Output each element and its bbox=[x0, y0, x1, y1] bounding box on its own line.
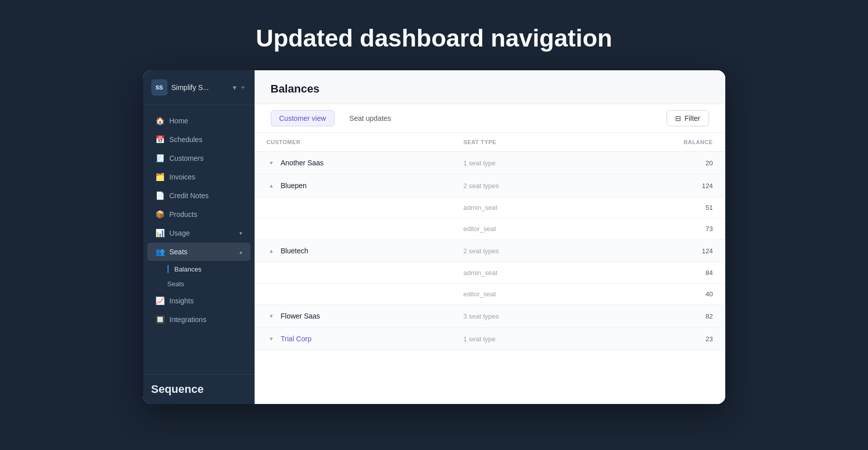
customer-name: Bluetech bbox=[281, 247, 308, 255]
table-header-row: CUSTOMER SEAT TYPE BALANCE bbox=[255, 133, 725, 152]
sidebar-sub-item-label: Balances bbox=[175, 265, 201, 273]
chevron-up-icon: ▴ bbox=[239, 249, 242, 255]
sidebar-item-label: Credit Notes bbox=[170, 192, 209, 200]
balances-table-container: CUSTOMER SEAT TYPE BALANCE ▾ Another Saa… bbox=[255, 133, 725, 404]
sidebar-sub-item-seats[interactable]: Seats bbox=[161, 277, 251, 291]
table-row: ▴ Bluetech 2 seat types 124 bbox=[255, 240, 725, 262]
content-toolbar: Customer view Seat updates ⊟ Filter bbox=[255, 104, 725, 133]
chevron-down-icon[interactable]: ▾ bbox=[267, 158, 276, 167]
table-row: ▾ Another Saas 1 seat type 20 bbox=[255, 152, 725, 174]
content-header: Balances bbox=[255, 70, 725, 104]
sidebar-item-usage[interactable]: 📊 Usage ▾ bbox=[147, 224, 251, 242]
sidebar-header: SS Simplify S... ▾ ＋ bbox=[143, 70, 255, 105]
table-sub-row: editor_seat 73 bbox=[255, 218, 725, 240]
seat-type-cell: 2 seat types bbox=[451, 174, 596, 197]
sidebar-item-integrations[interactable]: 🔲 Integrations bbox=[147, 310, 251, 329]
table-sub-row: admin_seat 84 bbox=[255, 262, 725, 284]
customer-cell-empty bbox=[255, 262, 451, 284]
sidebar: SS Simplify S... ▾ ＋ 🏠 Home 📅 Schedules … bbox=[143, 70, 255, 404]
balance-cell: 82 bbox=[596, 305, 725, 328]
sidebar-item-label: Insights bbox=[170, 297, 194, 305]
filter-button[interactable]: ⊟ Filter bbox=[667, 110, 709, 126]
customer-name: Bluepen bbox=[281, 182, 307, 190]
balance-cell: 124 bbox=[596, 240, 725, 262]
balance-cell: 23 bbox=[596, 328, 725, 350]
filter-label: Filter bbox=[684, 114, 700, 122]
table-row: ▾ Flower Saas 3 seat types 82 bbox=[255, 305, 725, 328]
sidebar-footer: Sequence bbox=[143, 374, 255, 404]
sidebar-nav: 🏠 Home 📅 Schedules 🧾 Customers 🗂️ Invoic… bbox=[143, 105, 255, 374]
sidebar-item-label: Seats bbox=[170, 248, 188, 256]
seat-type-cell: 3 seat types bbox=[451, 305, 596, 328]
chevron-down-icon[interactable]: ▾ bbox=[267, 334, 276, 343]
column-header-customer: CUSTOMER bbox=[255, 133, 451, 152]
balance-cell: 40 bbox=[596, 284, 725, 305]
app-window: SS Simplify S... ▾ ＋ 🏠 Home 📅 Schedules … bbox=[143, 70, 725, 404]
table-row: ▴ Bluepen 2 seat types 124 bbox=[255, 174, 725, 197]
table-sub-row: editor_seat 40 bbox=[255, 284, 725, 305]
schedules-icon: 📅 bbox=[155, 135, 164, 144]
seat-type-cell: 2 seat types bbox=[451, 240, 596, 262]
balance-cell: 84 bbox=[596, 262, 725, 284]
chevron-down-icon: ▾ bbox=[239, 230, 242, 237]
chevron-down-icon[interactable]: ▾ bbox=[267, 311, 276, 321]
page-heading: Updated dashboard navigation bbox=[0, 0, 868, 70]
customer-cell: ▴ Bluetech bbox=[255, 240, 451, 262]
balance-cell: 124 bbox=[596, 174, 725, 197]
sidebar-item-label: Invoices bbox=[170, 173, 195, 181]
content-title: Balances bbox=[271, 82, 709, 96]
chevron-up-icon[interactable]: ▴ bbox=[267, 246, 276, 255]
sidebar-header-actions[interactable]: ▾ ＋ bbox=[233, 83, 246, 92]
customers-icon: 🧾 bbox=[155, 154, 164, 163]
company-logo: SS bbox=[151, 79, 168, 96]
chevron-down-icon[interactable]: ▾ bbox=[233, 83, 236, 92]
seat-type-cell: editor_seat bbox=[451, 284, 596, 305]
tab-seat-updates[interactable]: Seat updates bbox=[341, 110, 400, 126]
column-header-balance: BALANCE bbox=[596, 133, 725, 152]
chevron-up-icon[interactable]: ▴ bbox=[267, 181, 276, 190]
column-header-seat-type: SEAT TYPE bbox=[451, 133, 596, 152]
tab-customer-view[interactable]: Customer view bbox=[271, 110, 335, 126]
products-icon: 📦 bbox=[155, 210, 164, 219]
sidebar-item-label: Customers bbox=[170, 154, 204, 162]
customer-cell: ▾ Another Saas bbox=[255, 152, 451, 174]
customer-name: Flower Saas bbox=[281, 312, 320, 320]
sidebar-sub-item-label: Seats bbox=[168, 280, 184, 288]
usage-icon: 📊 bbox=[155, 229, 164, 238]
company-name: Simplify S... bbox=[172, 83, 229, 92]
insights-icon: 📈 bbox=[155, 296, 164, 305]
customer-cell-empty bbox=[255, 197, 451, 218]
seats-icon: 👥 bbox=[155, 247, 164, 256]
table-row: ▾ Trial Corp 1 seat type 23 bbox=[255, 328, 725, 350]
customer-name: Another Saas bbox=[281, 159, 324, 167]
sidebar-item-label: Schedules bbox=[170, 136, 202, 144]
sidebar-item-label: Integrations bbox=[170, 316, 206, 324]
balance-cell: 73 bbox=[596, 218, 725, 240]
main-content: Balances Customer view Seat updates ⊟ Fi… bbox=[255, 70, 725, 404]
seat-type-cell: admin_seat bbox=[451, 262, 596, 284]
sidebar-item-seats[interactable]: 👥 Seats ▴ bbox=[147, 243, 251, 261]
sidebar-item-credit-notes[interactable]: 📄 Credit Notes bbox=[147, 187, 251, 205]
sidebar-item-label: Home bbox=[170, 117, 188, 125]
sidebar-sub-item-balances[interactable]: Balances bbox=[161, 261, 251, 277]
sidebar-item-invoices[interactable]: 🗂️ Invoices bbox=[147, 168, 251, 186]
sidebar-item-customers[interactable]: 🧾 Customers bbox=[147, 149, 251, 167]
sidebar-item-insights[interactable]: 📈 Insights bbox=[147, 292, 251, 310]
sidebar-item-home[interactable]: 🏠 Home bbox=[147, 112, 251, 130]
home-icon: 🏠 bbox=[155, 116, 164, 125]
sidebar-item-products[interactable]: 📦 Products bbox=[147, 205, 251, 223]
seat-type-cell: editor_seat bbox=[451, 218, 596, 240]
integrations-icon: 🔲 bbox=[155, 315, 164, 324]
customer-cell: ▴ Bluepen bbox=[255, 174, 451, 197]
filter-icon: ⊟ bbox=[675, 114, 681, 122]
add-icon[interactable]: ＋ bbox=[239, 83, 246, 92]
sidebar-item-schedules[interactable]: 📅 Schedules bbox=[147, 130, 251, 149]
customer-link[interactable]: Trial Corp bbox=[281, 335, 312, 343]
customer-cell: ▾ Trial Corp bbox=[255, 328, 451, 350]
seat-type-cell: 1 seat type bbox=[451, 328, 596, 350]
sidebar-item-label: Usage bbox=[170, 229, 190, 237]
seat-type-cell: 1 seat type bbox=[451, 152, 596, 174]
table-sub-row: admin_seat 51 bbox=[255, 197, 725, 218]
balance-cell: 20 bbox=[596, 152, 725, 174]
customer-cell: ▾ Flower Saas bbox=[255, 305, 451, 328]
